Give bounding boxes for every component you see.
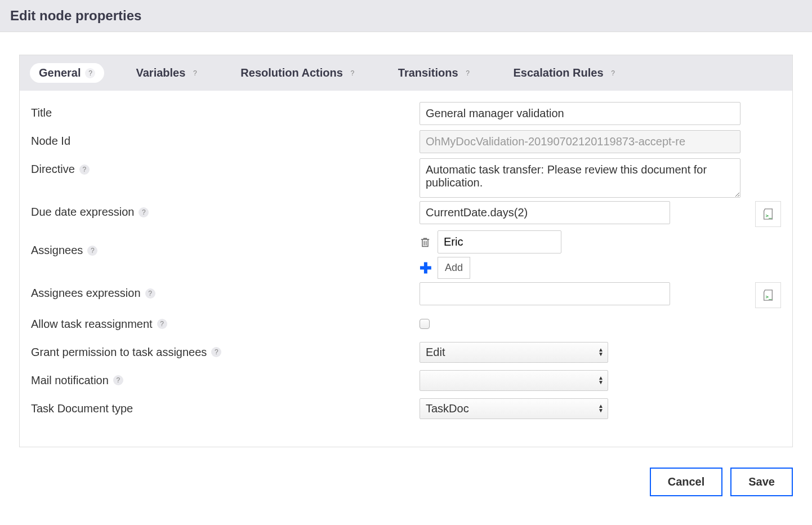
assignees-expr-input[interactable] <box>420 282 670 305</box>
row-node-id: Node Id <box>31 130 781 155</box>
label-assignees-expr: Assignees expression ? <box>31 282 420 300</box>
assignees-block: ✚ Add <box>420 230 561 279</box>
assignee-row <box>420 230 561 253</box>
value-assignees-expr: >_ <box>420 282 781 308</box>
help-icon[interactable]: ? <box>145 288 155 299</box>
task-doc-type-select[interactable] <box>420 398 608 419</box>
save-button[interactable]: Save <box>730 468 793 496</box>
tab-label: General <box>39 66 81 79</box>
label-text: Title <box>31 106 52 119</box>
row-directive: Directive ? Automatic task transfer: Ple… <box>31 158 781 198</box>
help-icon[interactable]: ? <box>139 207 149 217</box>
help-icon[interactable]: ? <box>347 68 358 78</box>
label-directive: Directive ? <box>31 158 420 176</box>
label-text: Allow task reassignment <box>31 318 153 331</box>
node-id-input <box>420 130 740 153</box>
value-due-date: >_ <box>420 201 781 227</box>
tab-label: Resolution Actions <box>240 66 342 79</box>
dialog-header: Edit node properties <box>0 0 812 32</box>
tab-resolution-actions[interactable]: Resolution Actions ? <box>231 63 366 83</box>
help-icon[interactable]: ? <box>79 164 90 175</box>
tab-general[interactable]: General ? <box>30 63 104 83</box>
tab-label: Variables <box>136 66 185 79</box>
grant-permission-select[interactable] <box>420 342 608 363</box>
title-input[interactable] <box>420 102 740 125</box>
label-text: Mail notification <box>31 374 109 387</box>
label-text: Grant permission to task assignees <box>31 346 207 359</box>
value-assignees: ✚ Add <box>420 230 781 279</box>
svg-text:>_: >_ <box>765 293 772 300</box>
row-mail-notification: Mail notification ? ▲▼ <box>31 368 781 393</box>
due-date-input[interactable] <box>420 201 670 224</box>
label-allow-reassign: Allow task reassignment ? <box>31 318 420 331</box>
value-node-id <box>420 130 781 153</box>
main-container: General ? Variables ? Resolution Actions… <box>0 32 812 459</box>
expression-editor-button[interactable]: >_ <box>755 201 781 227</box>
value-grant-permission: ▲▼ <box>420 342 781 363</box>
assignee-input[interactable] <box>438 230 561 253</box>
cancel-button[interactable]: Cancel <box>650 468 723 496</box>
assignee-add-row: ✚ Add <box>420 257 561 279</box>
row-allow-reassign: Allow task reassignment ? <box>31 312 781 336</box>
label-text: Assignees <box>31 244 83 257</box>
value-task-doc-type: ▲▼ <box>420 398 781 419</box>
help-icon[interactable]: ? <box>463 68 473 78</box>
plus-icon[interactable]: ✚ <box>420 261 431 275</box>
add-assignee-button[interactable]: Add <box>438 257 470 279</box>
tab-escalation-rules[interactable]: Escalation Rules ? <box>505 63 627 83</box>
row-title: Title <box>31 102 781 127</box>
help-icon[interactable]: ? <box>157 319 167 329</box>
help-icon[interactable]: ? <box>608 68 618 78</box>
expression-icon: >_ <box>762 208 774 220</box>
value-directive: Automatic task transfer: Please review t… <box>420 158 781 198</box>
row-assignees-expr: Assignees expression ? >_ <box>31 282 781 308</box>
help-icon[interactable]: ? <box>85 68 95 78</box>
label-text: Due date expression <box>31 206 134 219</box>
label-grant-permission: Grant permission to task assignees ? <box>31 346 420 359</box>
select-wrap: ▲▼ <box>420 370 608 391</box>
label-text: Node Id <box>31 135 70 148</box>
label-title: Title <box>31 102 420 119</box>
value-mail-notification: ▲▼ <box>420 370 781 391</box>
help-icon[interactable]: ? <box>190 68 200 78</box>
tab-label: Escalation Rules <box>514 66 604 79</box>
expression-editor-button[interactable]: >_ <box>755 282 781 308</box>
help-icon[interactable]: ? <box>87 246 97 256</box>
label-due-date: Due date expression ? <box>31 201 420 219</box>
allow-reassign-checkbox[interactable] <box>420 319 430 329</box>
dialog-title: Edit node properties <box>10 8 802 24</box>
row-due-date: Due date expression ? >_ <box>31 201 781 227</box>
select-wrap: ▲▼ <box>420 342 608 363</box>
label-text: Task Document type <box>31 402 133 415</box>
tab-transitions[interactable]: Transitions ? <box>389 63 482 83</box>
label-mail-notification: Mail notification ? <box>31 374 420 387</box>
tab-variables[interactable]: Variables ? <box>127 63 209 83</box>
trash-icon[interactable] <box>420 236 431 248</box>
form-panel: Title Node Id Directive ? Automatic task… <box>19 91 793 447</box>
footer-buttons: Cancel Save <box>0 459 812 519</box>
tab-bar: General ? Variables ? Resolution Actions… <box>19 55 793 91</box>
expression-icon: >_ <box>762 289 774 301</box>
help-icon[interactable]: ? <box>211 347 221 357</box>
svg-text:>_: >_ <box>765 212 772 219</box>
label-node-id: Node Id <box>31 130 420 148</box>
directive-textarea[interactable]: Automatic task transfer: Please review t… <box>420 158 740 198</box>
row-assignees: Assignees ? ✚ Add <box>31 230 781 279</box>
help-icon[interactable]: ? <box>113 375 123 385</box>
value-title <box>420 102 781 125</box>
mail-notification-select[interactable] <box>420 370 608 391</box>
tab-label: Transitions <box>398 66 458 79</box>
label-text: Directive <box>31 163 75 176</box>
label-text: Assignees expression <box>31 287 141 300</box>
row-grant-permission: Grant permission to task assignees ? ▲▼ <box>31 340 781 364</box>
label-assignees: Assignees ? <box>31 230 420 257</box>
label-task-doc-type: Task Document type <box>31 402 420 415</box>
select-wrap: ▲▼ <box>420 398 608 419</box>
row-task-doc-type: Task Document type ▲▼ <box>31 396 781 421</box>
value-allow-reassign <box>420 319 781 329</box>
